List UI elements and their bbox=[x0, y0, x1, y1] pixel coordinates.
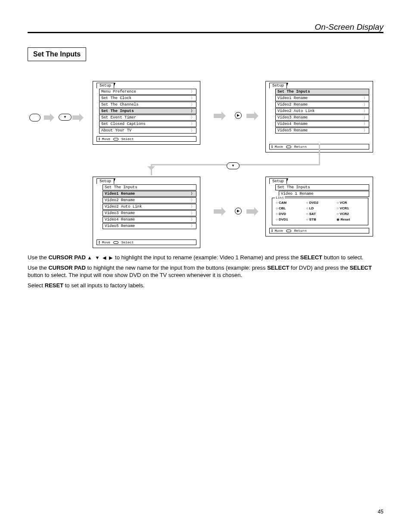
osd-screen-set-inputs: Setup Set The Inputs Video1 Rename〉 Vide… bbox=[265, 81, 373, 152]
menu-item[interactable]: Set The Channels〉 bbox=[99, 102, 196, 108]
updown-icon: ▲▼ bbox=[271, 145, 273, 149]
select-icon bbox=[113, 138, 118, 140]
updown-icon: ▲▼ bbox=[99, 241, 100, 244]
cursor-arrows-icon: ▲ ▼ ◀ ▶ bbox=[87, 255, 113, 260]
osd-tab: Setup bbox=[97, 83, 114, 88]
select-icon bbox=[286, 146, 291, 148]
menu-item[interactable]: Video2 Rename〉 bbox=[103, 197, 196, 203]
remote-cursor-right-button[interactable]: ▶ bbox=[235, 112, 242, 119]
arrow-icon bbox=[246, 209, 256, 214]
menu-item[interactable]: Video5 Rename〉 bbox=[275, 128, 369, 134]
menu-item[interactable]: Set The Inputs〉 bbox=[99, 108, 196, 114]
radio-option[interactable]: VCR2 bbox=[336, 212, 364, 216]
menu-item[interactable]: About Your TV〉 bbox=[99, 128, 196, 134]
radio-option[interactable]: DVD2 bbox=[306, 201, 334, 205]
select-icon bbox=[113, 241, 118, 244]
osd-tab: Setup bbox=[269, 178, 287, 184]
radio-option[interactable]: VCR1 bbox=[336, 206, 364, 210]
remote-cursor-right-button[interactable]: ▶ bbox=[235, 208, 242, 215]
flow-line bbox=[319, 144, 320, 165]
arrow-icon bbox=[246, 114, 256, 118]
arrow-icon bbox=[214, 209, 223, 214]
list-legend: List bbox=[275, 196, 285, 199]
updown-icon: ▲▼ bbox=[271, 229, 273, 233]
instructions: Use the CURSOR PAD ▲ ▼ ◀ ▶ to highlight … bbox=[28, 254, 383, 292]
osd-subtab: Set The Inputs bbox=[275, 89, 369, 95]
remote-cursor-down-button[interactable]: ▼ bbox=[59, 114, 72, 121]
menu-item[interactable]: Video1 Rename〉 bbox=[275, 95, 369, 101]
menu-item[interactable]: Video2 Rename〉 bbox=[275, 102, 369, 108]
osd-subtab-2: Video 1 Rename bbox=[279, 191, 369, 197]
menu-item[interactable]: Video2 Auto Link〉 bbox=[103, 204, 196, 210]
osd-footer: ▲▼ Move Select bbox=[97, 136, 196, 142]
radio-option[interactable]: Reset bbox=[336, 218, 364, 221]
header-rule bbox=[28, 32, 383, 33]
chevron-down-icon: ▼ bbox=[63, 115, 67, 119]
menu-item[interactable]: Video2 Auto Link〉 bbox=[275, 108, 369, 114]
arrow-down-icon bbox=[150, 167, 152, 168]
radio-option[interactable]: VCR bbox=[336, 201, 364, 205]
radio-option[interactable]: STB bbox=[306, 218, 334, 221]
osd-tab: Setup bbox=[269, 83, 287, 88]
osd-footer: ▲▼ Move Select bbox=[97, 240, 196, 245]
menu-item[interactable]: Set The Clock〉 bbox=[99, 95, 196, 101]
radio-option[interactable]: CBL bbox=[276, 206, 304, 210]
osd-screen-video1-rename: Setup Set The Inputs Video 1 Rename List… bbox=[265, 177, 373, 236]
menu-item[interactable]: Video4 Rename〉 bbox=[275, 121, 369, 127]
menu-item[interactable]: Video1 Rename〉 bbox=[103, 191, 196, 197]
menu-item[interactable]: Menu Preference〉 bbox=[99, 89, 196, 95]
instruction-paragraph: Use the CURSOR PAD ▲ ▼ ◀ ▶ to highlight … bbox=[28, 254, 383, 261]
radio-option[interactable]: CAM bbox=[276, 201, 304, 205]
osd-footer: ▲▼ Move Return bbox=[269, 228, 369, 233]
updown-icon: ▲▼ bbox=[99, 137, 100, 141]
osd-tab: Setup bbox=[97, 178, 114, 184]
rename-options-grid: CAM DVD2 VCR CBL LD VCR1 DVD SAT VCR2 DV… bbox=[276, 201, 364, 221]
section-title: Set The Inputs bbox=[28, 47, 86, 61]
radio-option[interactable]: LD bbox=[306, 206, 334, 210]
osd-subtab: Set The Inputs bbox=[275, 184, 369, 190]
menu-item[interactable]: Video3 Rename〉 bbox=[275, 115, 369, 121]
menu-item[interactable]: Video5 Rename〉 bbox=[103, 223, 196, 229]
arrow-icon bbox=[72, 115, 81, 120]
remote-cursor-down-button[interactable]: ▼ bbox=[227, 162, 240, 169]
page-header: On-Screen Display bbox=[284, 22, 383, 32]
instruction-paragraph: Use the CURSOR PAD to highlight the new … bbox=[28, 264, 383, 279]
arrow-icon bbox=[214, 114, 223, 118]
page-number: 45 bbox=[0, 509, 383, 515]
menu-item[interactable]: Set Event Timer〉 bbox=[99, 115, 196, 121]
radio-option[interactable]: DVD bbox=[276, 212, 304, 216]
radio-option[interactable]: DVD1 bbox=[276, 218, 304, 221]
flow-diagram: ▼ Setup Menu Preference〉 Set The Clock〉 … bbox=[26, 81, 383, 245]
osd-screen-setup: Setup Menu Preference〉 Set The Clock〉 Se… bbox=[93, 81, 200, 145]
osd-subtab: Set The Inputs bbox=[103, 184, 196, 190]
menu-item[interactable]: Video4 Rename〉 bbox=[103, 217, 196, 223]
chevron-right-icon: ▶ bbox=[237, 113, 240, 117]
menu-item[interactable]: Video3 Rename〉 bbox=[103, 210, 196, 216]
arrow-icon bbox=[44, 115, 52, 120]
chevron-down-icon: ▼ bbox=[231, 164, 235, 168]
rename-list: List CAM DVD2 VCR CBL LD VCR1 DVD SAT VC… bbox=[272, 198, 368, 225]
instruction-paragraph: Select RESET to set all inputs to factor… bbox=[28, 282, 383, 289]
menu-item[interactable]: Set Closed Captions〉 bbox=[99, 121, 196, 127]
osd-screen-set-inputs-highlighted: Setup Set The Inputs Video1 Rename〉 Vide… bbox=[93, 177, 200, 248]
radio-option[interactable]: SAT bbox=[306, 212, 334, 216]
chevron-right-icon: ▶ bbox=[237, 209, 240, 213]
remote-menu-button[interactable] bbox=[29, 114, 40, 121]
select-icon bbox=[286, 230, 291, 232]
